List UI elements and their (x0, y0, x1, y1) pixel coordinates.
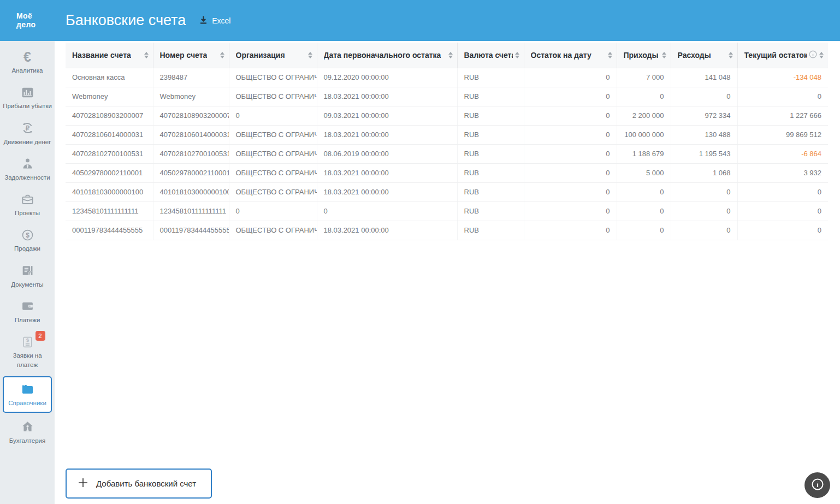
cell-income: 100 000 000 (617, 125, 671, 144)
info-icon[interactable] (809, 50, 817, 60)
cell-account-number: 123458101111111111 (153, 201, 229, 221)
cell-account-number: 401018103000000100 (153, 182, 229, 201)
sidebar-item-sales[interactable]: $ Продажи (0, 222, 55, 258)
cell-expense: 0 (671, 182, 737, 201)
add-bank-account-label: Добавить банковский счет (96, 479, 196, 488)
sidebar-item-cash-flow[interactable]: ₽ Движение денег (0, 116, 55, 151)
payment-requests-icon: $ 2 (21, 335, 34, 349)
cell-expense: 0 (671, 87, 737, 106)
sidebar-item-profit-loss[interactable]: Прибыли убытки (0, 80, 55, 115)
cell-organization: 0 (229, 106, 317, 125)
cell-expense: 972 334 (671, 106, 737, 125)
sort-icon[interactable] (308, 52, 312, 59)
sidebar-item-accounting[interactable]: Бухгалтерия (0, 414, 55, 450)
sort-icon[interactable] (448, 52, 453, 59)
cell-balance-on-date: 0 (524, 68, 617, 87)
cell-income: 0 (617, 87, 671, 106)
table-row[interactable]: 407028106014000031 407028106014000031 ОБ… (66, 125, 828, 144)
sort-icon[interactable] (729, 52, 733, 59)
cell-account-name: Webmoney (66, 87, 153, 106)
cell-account-name: 407028102700100531 (66, 144, 153, 163)
table-header-row: Название счета Номер счета Организация Д… (66, 43, 828, 68)
logo-line1: Моё (16, 12, 55, 21)
table-row[interactable]: 405029780002110001 405029780002110001 ОБ… (66, 163, 828, 182)
cell-account-number: 000119783444455555 (153, 221, 229, 240)
export-excel-button[interactable]: Excel (199, 15, 230, 26)
info-circle-icon (811, 477, 825, 493)
cell-currency: RUB (457, 201, 524, 221)
cell-account-number: Webmoney (153, 87, 229, 106)
table-row[interactable]: 407028102700100531 407028102700100531 ОБ… (66, 144, 828, 163)
cell-account-name: 407028108903200007 (66, 106, 153, 125)
column-header-initial-balance-date[interactable]: Дата первоначального остатка (317, 43, 457, 68)
cell-currency: RUB (457, 163, 524, 182)
column-header-organization[interactable]: Организация (229, 43, 317, 68)
column-header-account-number[interactable]: Номер счета (153, 43, 229, 68)
sort-icon[interactable] (608, 52, 612, 59)
payment-requests-badge: 2 (36, 331, 45, 341)
sidebar-item-payment-requests[interactable]: $ 2 Заявки на платеж (0, 329, 55, 375)
column-header-account-name[interactable]: Название счета (66, 43, 153, 68)
table-row[interactable]: Основная касса 2398487 ОБЩЕСТВО С ОГРАНИ… (66, 68, 828, 87)
cell-currency: RUB (457, 144, 524, 163)
cell-expense: 0 (671, 221, 737, 240)
cell-income: 2 200 000 (617, 106, 671, 125)
column-header-balance-on-date[interactable]: Остаток на дату (524, 43, 617, 68)
cell-initial-date: 18.03.2021 00:00:00 (317, 125, 457, 144)
cell-expense: 0 (671, 201, 737, 221)
payments-icon (21, 299, 34, 313)
cell-income: 0 (617, 221, 671, 240)
table-row[interactable]: 000119783444455555 000119783444455555 ОБ… (66, 221, 828, 240)
sort-icon[interactable] (819, 52, 824, 59)
profit-loss-icon (21, 85, 34, 99)
cell-account-name: 401018103000000100 (66, 182, 153, 201)
cell-income: 5 000 (617, 163, 671, 182)
table-row[interactable]: 123458101111111111 123458101111111111 0 … (66, 201, 828, 221)
table-row[interactable]: Webmoney Webmoney ОБЩЕСТВО С ОГРАНИЧЕ 18… (66, 87, 828, 106)
cell-organization: ОБЩЕСТВО С ОГРАНИЧЕ (229, 221, 317, 240)
cell-expense: 1 195 543 (671, 144, 737, 163)
cell-organization: ОБЩЕСТВО С ОГРАНИЧЕ (229, 68, 317, 87)
sidebar-item-directories[interactable]: Справочники (3, 376, 52, 413)
sort-icon[interactable] (515, 52, 519, 59)
sidebar-item-debts[interactable]: Задолженности (0, 151, 55, 187)
cell-initial-date: 09.03.2021 00:00:00 (317, 106, 457, 125)
cell-initial-date: 08.06.2019 00:00:00 (317, 144, 457, 163)
sort-icon[interactable] (144, 52, 149, 59)
svg-text:₽: ₽ (25, 125, 29, 132)
sort-icon[interactable] (220, 52, 224, 59)
sidebar-item-documents[interactable]: Документы (0, 258, 55, 294)
add-bank-account-button[interactable]: Добавить банковский счет (66, 469, 212, 499)
column-header-currency[interactable]: Валюта счета (457, 43, 524, 68)
column-header-income[interactable]: Приходы (617, 43, 671, 68)
download-icon (199, 15, 208, 26)
cell-account-name: 405029780002110001 (66, 163, 153, 182)
svg-text:$: $ (26, 231, 29, 239)
cell-currency: RUB (457, 221, 524, 240)
column-header-current-balance[interactable]: Текущий остаток (737, 43, 828, 68)
cell-income: 0 (617, 182, 671, 201)
cell-expense: 130 488 (671, 125, 737, 144)
cell-currency: RUB (457, 87, 524, 106)
cell-expense: 1 068 (671, 163, 737, 182)
column-header-expense[interactable]: Расходы (671, 43, 737, 68)
cell-account-name: 407028106014000031 (66, 125, 153, 144)
analytics-icon: € (23, 50, 31, 64)
cell-account-number: 405029780002110001 (153, 163, 229, 182)
help-info-button[interactable] (804, 472, 830, 498)
cell-balance-on-date: 0 (524, 201, 617, 221)
bank-accounts-table: Название счета Номер счета Организация Д… (66, 43, 828, 240)
export-excel-label: Excel (212, 16, 230, 25)
table-row[interactable]: 407028108903200007 407028108903200007 0 … (66, 106, 828, 125)
cell-current-balance: 99 869 512 (737, 125, 828, 144)
cell-initial-date: 18.03.2021 00:00:00 (317, 221, 457, 240)
sort-icon[interactable] (662, 52, 666, 59)
sidebar-item-projects[interactable]: Проекты (0, 187, 55, 222)
accounting-icon (21, 420, 34, 434)
table-row[interactable]: 401018103000000100 401018103000000100 ОБ… (66, 182, 828, 201)
sidebar-item-payments[interactable]: Платежи (0, 294, 55, 329)
moe-delo-logo[interactable]: Моё дело (16, 12, 55, 29)
cell-balance-on-date: 0 (524, 106, 617, 125)
documents-icon (21, 264, 34, 278)
sidebar-item-analytics[interactable]: € Аналитика (0, 44, 55, 80)
